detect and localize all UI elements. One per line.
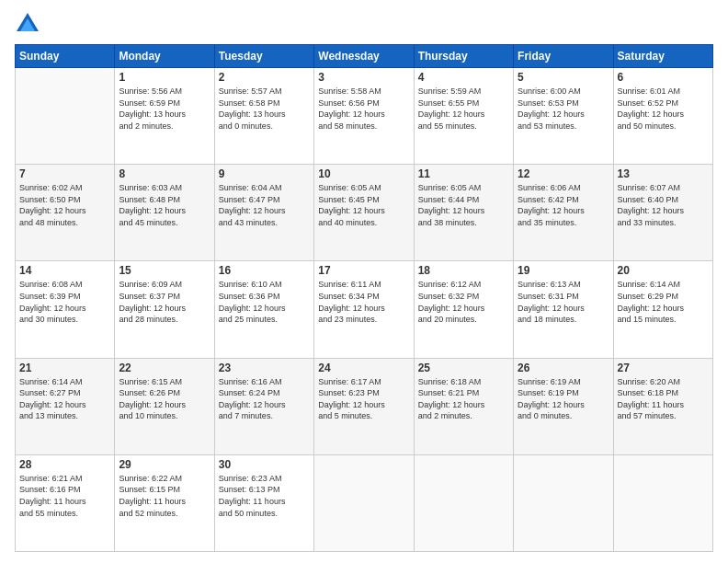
day-info: Sunrise: 6:14 AMSunset: 6:27 PMDaylight:… bbox=[19, 376, 110, 422]
calendar-cell: 13Sunrise: 6:07 AMSunset: 6:40 PMDayligh… bbox=[613, 165, 712, 261]
day-info: Sunrise: 6:06 AMSunset: 6:42 PMDaylight:… bbox=[518, 182, 609, 228]
day-number: 1 bbox=[119, 71, 210, 84]
day-number: 4 bbox=[418, 71, 509, 84]
calendar-cell bbox=[414, 454, 513, 551]
day-number: 5 bbox=[518, 71, 609, 84]
day-info: Sunrise: 5:58 AMSunset: 6:56 PMDaylight:… bbox=[318, 86, 409, 132]
calendar-week-4: 21Sunrise: 6:14 AMSunset: 6:27 PMDayligh… bbox=[16, 358, 713, 454]
day-info: Sunrise: 5:59 AMSunset: 6:55 PMDaylight:… bbox=[418, 86, 509, 132]
day-number: 19 bbox=[518, 264, 609, 277]
day-number: 12 bbox=[518, 167, 609, 180]
day-number: 25 bbox=[418, 362, 509, 374]
day-info: Sunrise: 6:05 AMSunset: 6:45 PMDaylight:… bbox=[318, 182, 409, 228]
calendar-cell: 25Sunrise: 6:18 AMSunset: 6:21 PMDayligh… bbox=[414, 358, 513, 454]
day-number: 26 bbox=[518, 362, 609, 374]
day-info: Sunrise: 6:14 AMSunset: 6:29 PMDaylight:… bbox=[618, 279, 709, 325]
day-info: Sunrise: 6:18 AMSunset: 6:21 PMDaylight:… bbox=[418, 376, 509, 422]
calendar-cell: 4Sunrise: 5:59 AMSunset: 6:55 PMDaylight… bbox=[414, 68, 513, 165]
day-info: Sunrise: 6:19 AMSunset: 6:19 PMDaylight:… bbox=[518, 376, 609, 422]
day-number: 6 bbox=[618, 71, 709, 84]
calendar-cell: 7Sunrise: 6:02 AMSunset: 6:50 PMDaylight… bbox=[16, 165, 115, 261]
calendar-cell bbox=[613, 454, 712, 551]
calendar-cell: 9Sunrise: 6:04 AMSunset: 6:47 PMDaylight… bbox=[214, 165, 313, 261]
calendar-week-3: 14Sunrise: 6:08 AMSunset: 6:39 PMDayligh… bbox=[16, 261, 713, 358]
day-number: 29 bbox=[119, 458, 210, 471]
day-number: 7 bbox=[19, 167, 110, 180]
day-info: Sunrise: 6:11 AMSunset: 6:34 PMDaylight:… bbox=[318, 279, 409, 325]
calendar-cell: 2Sunrise: 5:57 AMSunset: 6:58 PMDaylight… bbox=[214, 68, 313, 165]
day-info: Sunrise: 6:23 AMSunset: 6:13 PMDaylight:… bbox=[219, 473, 310, 519]
day-number: 16 bbox=[219, 264, 310, 277]
calendar-cell: 22Sunrise: 6:15 AMSunset: 6:26 PMDayligh… bbox=[115, 358, 214, 454]
day-number: 3 bbox=[318, 71, 409, 84]
calendar-cell: 28Sunrise: 6:21 AMSunset: 6:16 PMDayligh… bbox=[16, 454, 115, 551]
day-number: 20 bbox=[618, 264, 709, 277]
calendar-cell bbox=[314, 454, 414, 551]
day-info: Sunrise: 5:56 AMSunset: 6:59 PMDaylight:… bbox=[119, 86, 210, 132]
day-info: Sunrise: 6:08 AMSunset: 6:39 PMDaylight:… bbox=[19, 279, 110, 325]
day-info: Sunrise: 6:00 AMSunset: 6:53 PMDaylight:… bbox=[518, 86, 609, 132]
logo-icon bbox=[15, 11, 40, 37]
calendar-cell: 17Sunrise: 6:11 AMSunset: 6:34 PMDayligh… bbox=[314, 261, 414, 358]
day-info: Sunrise: 6:03 AMSunset: 6:48 PMDaylight:… bbox=[119, 182, 210, 228]
calendar-cell: 11Sunrise: 6:05 AMSunset: 6:44 PMDayligh… bbox=[414, 165, 513, 261]
day-number: 9 bbox=[219, 167, 310, 180]
weekday-row: SundayMondayTuesdayWednesdayThursdayFrid… bbox=[16, 45, 713, 68]
calendar-cell: 16Sunrise: 6:10 AMSunset: 6:36 PMDayligh… bbox=[214, 261, 313, 358]
day-info: Sunrise: 6:01 AMSunset: 6:52 PMDaylight:… bbox=[618, 86, 709, 132]
weekday-header-wednesday: Wednesday bbox=[314, 45, 414, 68]
calendar-cell: 5Sunrise: 6:00 AMSunset: 6:53 PMDaylight… bbox=[514, 68, 613, 165]
day-info: Sunrise: 5:57 AMSunset: 6:58 PMDaylight:… bbox=[219, 86, 310, 132]
weekday-header-tuesday: Tuesday bbox=[214, 45, 313, 68]
day-info: Sunrise: 6:07 AMSunset: 6:40 PMDaylight:… bbox=[618, 182, 709, 228]
calendar-cell: 1Sunrise: 5:56 AMSunset: 6:59 PMDaylight… bbox=[115, 68, 214, 165]
day-number: 30 bbox=[219, 458, 310, 471]
weekday-header-monday: Monday bbox=[115, 45, 214, 68]
day-info: Sunrise: 6:21 AMSunset: 6:16 PMDaylight:… bbox=[19, 473, 110, 519]
day-info: Sunrise: 6:22 AMSunset: 6:15 PMDaylight:… bbox=[119, 473, 210, 519]
calendar-cell: 15Sunrise: 6:09 AMSunset: 6:37 PMDayligh… bbox=[115, 261, 214, 358]
day-number: 14 bbox=[19, 264, 110, 277]
calendar-cell: 10Sunrise: 6:05 AMSunset: 6:45 PMDayligh… bbox=[314, 165, 414, 261]
calendar-cell: 30Sunrise: 6:23 AMSunset: 6:13 PMDayligh… bbox=[214, 454, 313, 551]
calendar-cell bbox=[514, 454, 613, 551]
day-info: Sunrise: 6:05 AMSunset: 6:44 PMDaylight:… bbox=[418, 182, 509, 228]
calendar-cell: 18Sunrise: 6:12 AMSunset: 6:32 PMDayligh… bbox=[414, 261, 513, 358]
day-info: Sunrise: 6:02 AMSunset: 6:50 PMDaylight:… bbox=[19, 182, 110, 228]
calendar-cell: 29Sunrise: 6:22 AMSunset: 6:15 PMDayligh… bbox=[115, 454, 214, 551]
day-number: 22 bbox=[119, 362, 210, 374]
calendar-week-5: 28Sunrise: 6:21 AMSunset: 6:16 PMDayligh… bbox=[16, 454, 713, 551]
calendar-cell: 23Sunrise: 6:16 AMSunset: 6:24 PMDayligh… bbox=[214, 358, 313, 454]
weekday-header-sunday: Sunday bbox=[16, 45, 115, 68]
day-info: Sunrise: 6:10 AMSunset: 6:36 PMDaylight:… bbox=[219, 279, 310, 325]
calendar-cell: 20Sunrise: 6:14 AMSunset: 6:29 PMDayligh… bbox=[613, 261, 712, 358]
day-number: 10 bbox=[318, 167, 409, 180]
day-number: 18 bbox=[418, 264, 509, 277]
calendar-cell: 8Sunrise: 6:03 AMSunset: 6:48 PMDaylight… bbox=[115, 165, 214, 261]
page: SundayMondayTuesdayWednesdayThursdayFrid… bbox=[0, 0, 728, 563]
day-number: 17 bbox=[318, 264, 409, 277]
day-info: Sunrise: 6:20 AMSunset: 6:18 PMDaylight:… bbox=[618, 376, 709, 422]
day-number: 2 bbox=[219, 71, 310, 84]
day-number: 23 bbox=[219, 362, 310, 374]
calendar-week-1: 1Sunrise: 5:56 AMSunset: 6:59 PMDaylight… bbox=[16, 68, 713, 165]
day-number: 15 bbox=[119, 264, 210, 277]
weekday-header-friday: Friday bbox=[514, 45, 613, 68]
calendar-week-2: 7Sunrise: 6:02 AMSunset: 6:50 PMDaylight… bbox=[16, 165, 713, 261]
day-info: Sunrise: 6:16 AMSunset: 6:24 PMDaylight:… bbox=[219, 376, 310, 422]
calendar-cell: 19Sunrise: 6:13 AMSunset: 6:31 PMDayligh… bbox=[514, 261, 613, 358]
day-number: 27 bbox=[618, 362, 709, 374]
day-info: Sunrise: 6:15 AMSunset: 6:26 PMDaylight:… bbox=[119, 376, 210, 422]
day-number: 13 bbox=[618, 167, 709, 180]
day-number: 24 bbox=[318, 362, 409, 374]
calendar-cell bbox=[16, 68, 115, 165]
calendar-cell: 3Sunrise: 5:58 AMSunset: 6:56 PMDaylight… bbox=[314, 68, 414, 165]
calendar-header: SundayMondayTuesdayWednesdayThursdayFrid… bbox=[16, 45, 713, 68]
day-number: 8 bbox=[119, 167, 210, 180]
day-number: 11 bbox=[418, 167, 509, 180]
day-info: Sunrise: 6:09 AMSunset: 6:37 PMDaylight:… bbox=[119, 279, 210, 325]
day-info: Sunrise: 6:12 AMSunset: 6:32 PMDaylight:… bbox=[418, 279, 509, 325]
calendar-cell: 14Sunrise: 6:08 AMSunset: 6:39 PMDayligh… bbox=[16, 261, 115, 358]
calendar-body: 1Sunrise: 5:56 AMSunset: 6:59 PMDaylight… bbox=[16, 68, 713, 552]
logo bbox=[15, 11, 44, 37]
